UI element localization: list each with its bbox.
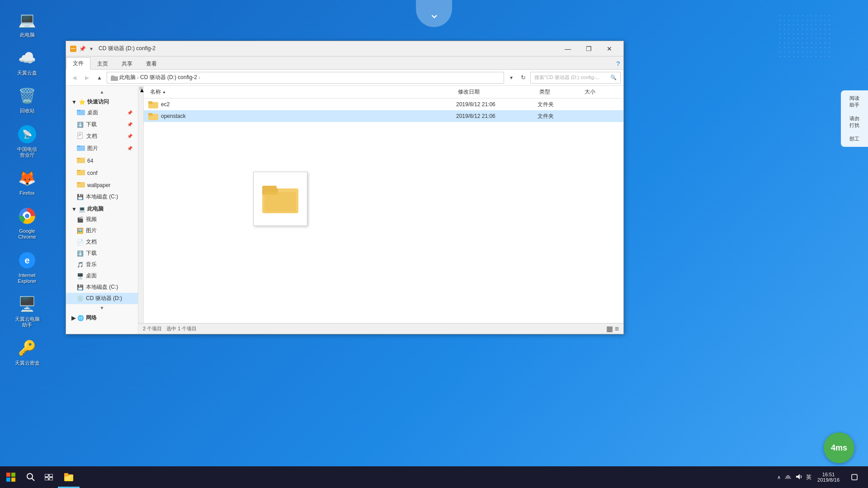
address-dropdown[interactable]: ▾ <box>506 72 517 83</box>
content-area: ▲ ▼ ⭐ 快速访问 桌面 📌 ⬇️ 下载 📌 <box>66 86 623 334</box>
col-size[interactable]: 大小 <box>583 87 619 97</box>
tab-home[interactable]: 主页 <box>90 58 115 70</box>
sidebar-this-pc[interactable]: ▼ 💻 此电脑 <box>66 202 138 214</box>
sidebar-video[interactable]: 🎬 视频 <box>66 214 138 225</box>
this-pc-collapse-icon: ▼ <box>71 206 77 212</box>
sidebar-item-downloads[interactable]: ⬇️ 下载 📌 <box>66 119 138 130</box>
sidebar-item-pictures[interactable]: 图片 📌 <box>66 142 138 155</box>
desktop-icon-tianyiyun[interactable]: ☁️ 天翼云盘 <box>9 45 45 78</box>
svg-point-5 <box>25 214 29 218</box>
desktop-icon-china-telecom[interactable]: 📡 中国电信 营业厅 <box>9 121 45 160</box>
file-row-openstack[interactable]: openstack 2019/8/12 21:06 文件夹 <box>144 110 623 122</box>
folder-64-icon <box>77 156 85 165</box>
list-view-icon[interactable]: ≡ <box>615 325 619 333</box>
taskbar-app-file-explorer[interactable] <box>58 466 80 488</box>
desktop-folder-icon <box>77 108 85 117</box>
breadcrumb-cd-drive[interactable]: CD 驱动器 (D:) config-2 <box>140 74 197 81</box>
network-tray-icon[interactable] <box>784 473 792 482</box>
scrollbar-up[interactable]: ▲ <box>139 87 143 90</box>
sidebar-downloads2[interactable]: ⬇️ 下载 <box>66 248 138 259</box>
search-text: 搜索"CD 驱动器 (D:) config-... <box>534 74 599 81</box>
notification-button[interactable] <box>845 468 863 486</box>
sidebar-quick-access[interactable]: ▼ ⭐ 快速访问 <box>66 95 138 107</box>
breadcrumb-this-pc[interactable]: 此电脑 <box>119 74 136 81</box>
lang-indicator[interactable]: 英 <box>806 474 811 481</box>
nav-up[interactable]: ▲ <box>94 72 105 83</box>
local-disk-c2-icon: 💾 <box>77 284 84 291</box>
sidebar-local-disk-c2[interactable]: 💾 本地磁盘 (C:) <box>66 282 138 293</box>
network-icon: 🌐 <box>77 315 84 321</box>
sidebar-documents2[interactable]: 📄 文档 <box>66 236 138 248</box>
svg-text:e: e <box>24 255 29 265</box>
col-modified[interactable]: 修改日期 <box>456 87 538 97</box>
sidebar: ▲ ▼ ⭐ 快速访问 桌面 📌 ⬇️ 下载 📌 <box>66 86 138 334</box>
grid-view-icon[interactable]: ▦ <box>606 324 613 333</box>
folder-openstack-icon <box>148 112 158 120</box>
taskbar-search-button[interactable] <box>22 468 40 486</box>
desktop-icon-ie[interactable]: e Internet Explorer <box>9 247 45 286</box>
sidebar-scrollbar[interactable]: ▲ <box>138 86 144 323</box>
sidebar-item-conf[interactable]: conf <box>66 167 138 179</box>
svg-rect-39 <box>11 478 15 482</box>
file-row-ec2[interactable]: ec2 2019/8/12 21:06 文件夹 <box>144 99 623 110</box>
tianyiyun-icon: ☁️ <box>16 47 38 69</box>
nav-back[interactable]: ◀ <box>69 72 80 83</box>
quick-access-icon: ⭐ <box>79 99 85 105</box>
sidebar-music[interactable]: 🎵 音乐 <box>66 259 138 270</box>
sidebar-item-wallpaper[interactable]: wallpaper <box>66 179 138 191</box>
sidebar-item-64[interactable]: 64 <box>66 155 138 167</box>
right-panel-reading[interactable]: 阅读 助手 <box>849 95 859 108</box>
start-button[interactable] <box>0 466 22 488</box>
close-button[interactable]: ✕ <box>599 41 620 56</box>
desktop-icon-this-pc[interactable]: 💻 此电脑 <box>9 7 45 40</box>
sidebar-item-desktop[interactable]: 桌面 📌 <box>66 107 138 119</box>
top-chevron[interactable]: ⌄ <box>416 0 452 27</box>
desktop-icon-chrome[interactable]: Google Chrome <box>9 203 45 242</box>
svg-rect-50 <box>66 478 71 479</box>
volume-tray-icon[interactable] <box>795 473 802 482</box>
sidebar-cd-drive[interactable]: 💿 CD 驱动器 (D:) <box>66 293 138 304</box>
sidebar-desktop2[interactable]: 🖥️ 桌面 <box>66 270 138 282</box>
sidebar-pictures[interactable]: 🖼️ 图片 <box>66 225 138 236</box>
refresh-button[interactable]: ↻ <box>518 72 528 83</box>
pin-icon-pic: 📌 <box>127 146 132 151</box>
minimize-button[interactable]: — <box>557 41 578 56</box>
ribbon: 文件 主页 共享 查看 ? <box>66 56 623 70</box>
sidebar-scroll-down[interactable]: ▼ <box>66 304 138 311</box>
col-type[interactable]: 类型 <box>538 87 583 97</box>
downloads2-icon: ⬇️ <box>77 250 84 257</box>
tab-view[interactable]: 查看 <box>139 58 164 70</box>
desktop-icon-recycle[interactable]: 🗑️ 回收站 <box>9 83 45 116</box>
tab-file[interactable]: 文件 <box>66 57 90 70</box>
col-name[interactable]: 名称 <box>148 87 456 97</box>
right-panel-tools[interactable]: 部工 <box>849 136 859 142</box>
tianyiyun-label: 天翼云盘 <box>17 70 37 76</box>
desktop-icon-firefox[interactable]: 🦊 Firefox <box>9 165 45 198</box>
taskbar-right: ∧ 英 16:51 2019/8/16 <box>777 466 868 488</box>
desktop-icon-tianyiyun-password[interactable]: 🔑 天翼云密盒 <box>9 335 45 368</box>
sidebar-network[interactable]: ▶ 🌐 网络 <box>66 311 138 323</box>
desktop2-icon: 🖥️ <box>77 273 84 279</box>
restore-button[interactable]: ❐ <box>578 41 599 56</box>
tab-share[interactable]: 共享 <box>115 58 139 70</box>
svg-rect-52 <box>786 477 790 478</box>
svg-rect-45 <box>49 478 53 480</box>
ie-label: Internet Explorer <box>18 272 37 284</box>
svg-rect-21 <box>77 158 80 159</box>
desktop-icon-tianyiyun-helper[interactable]: 🖥️ 天翼云电脑 助手 <box>9 291 45 330</box>
taskbar-clock[interactable]: 16:51 2019/8/16 <box>815 472 842 483</box>
sidebar-item-local-c[interactable]: 💾 本地磁盘 (C:) <box>66 191 138 202</box>
taskbar-task-view[interactable] <box>40 468 58 486</box>
search-box[interactable]: 搜索"CD 驱动器 (D:) config-... 🔍 <box>530 72 621 84</box>
nav-forward[interactable]: ▶ <box>81 72 92 83</box>
title-dropdown-icon[interactable]: ▾ <box>88 45 95 52</box>
folder-tooltip <box>253 172 307 226</box>
right-panel-dnd[interactable]: 请勿 打扰 <box>849 115 859 129</box>
svg-rect-53 <box>787 475 789 476</box>
svg-rect-42 <box>45 474 48 477</box>
sidebar-scroll-up[interactable]: ▲ <box>66 88 138 95</box>
show-hidden-icons[interactable]: ∧ <box>777 474 781 480</box>
address-path[interactable]: 此电脑 › CD 驱动器 (D:) config-2 › <box>107 72 504 84</box>
sidebar-item-documents[interactable]: 文档 📌 <box>66 130 138 142</box>
help-button[interactable]: ? <box>613 58 623 69</box>
